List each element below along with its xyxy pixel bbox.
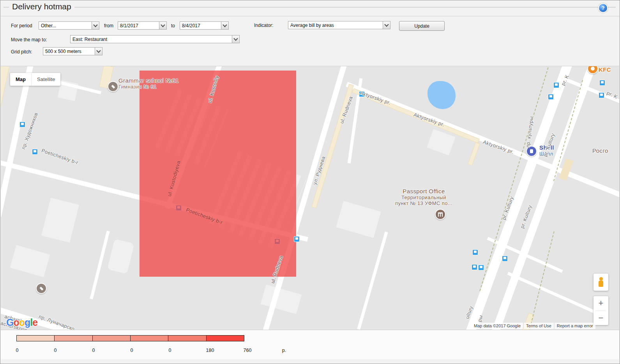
poi-label-passport-office: Passport Office Территориальный пункт № … bbox=[392, 188, 456, 206]
bus-stop-icon[interactable] bbox=[478, 265, 484, 270]
logo-letter: o bbox=[19, 317, 25, 328]
logo-letter: e bbox=[32, 317, 37, 328]
street-label: Poeticheskiy b-r bbox=[41, 147, 79, 165]
road bbox=[507, 272, 601, 316]
beige-road bbox=[1, 66, 10, 109]
period-value: Other... bbox=[41, 23, 56, 28]
legend-segment bbox=[130, 335, 168, 341]
satellite-button[interactable]: Satellite bbox=[32, 73, 60, 86]
legend-color-scale bbox=[16, 335, 244, 341]
building bbox=[427, 129, 455, 155]
street-label: пр. Художников bbox=[20, 112, 39, 150]
report-map-error-link[interactable]: Report a map error bbox=[555, 323, 595, 329]
logo-letter: o bbox=[13, 317, 19, 328]
road bbox=[357, 231, 388, 330]
tram-stop-icon[interactable] bbox=[599, 80, 605, 86]
legend-tick: 0 bbox=[131, 348, 133, 353]
chevron-down-icon[interactable] bbox=[232, 35, 239, 43]
legend-segment bbox=[92, 335, 131, 341]
logo-letter: g bbox=[25, 317, 30, 328]
road bbox=[90, 231, 110, 300]
app-window: Delivery hotmap ? For period Other... fr… bbox=[0, 0, 620, 364]
street-label: Aktyorskiy pr. bbox=[482, 139, 515, 155]
poi-name: Grammar school №61 bbox=[118, 77, 179, 84]
indicator-select[interactable]: Average bill by areas bbox=[288, 21, 390, 29]
to-date-value: 8/4/2017 bbox=[182, 23, 200, 28]
road bbox=[466, 66, 572, 330]
to-label: to bbox=[171, 23, 175, 28]
move-map-value: East: Restaurant bbox=[72, 37, 107, 42]
bus-stop-icon[interactable] bbox=[294, 236, 300, 242]
bus-stop-icon[interactable] bbox=[599, 92, 604, 98]
dashed-line bbox=[530, 231, 555, 328]
poi-label-rosgo: Росго bbox=[592, 147, 608, 154]
grid-pitch-value: 500 x 500 meters bbox=[45, 49, 81, 54]
dashed-line bbox=[479, 67, 548, 291]
building bbox=[10, 245, 50, 277]
legend-unit: p. bbox=[282, 348, 286, 353]
poi-subname: Гимназия № 61 bbox=[118, 84, 179, 90]
chevron-down-icon[interactable] bbox=[92, 22, 99, 29]
bus-stop-icon[interactable] bbox=[502, 256, 508, 262]
street-label: пр. культуры bbox=[525, 116, 535, 148]
update-button[interactable]: Update bbox=[399, 21, 445, 31]
school-icon[interactable] bbox=[108, 81, 118, 92]
legend-tick: 180 bbox=[206, 348, 214, 353]
google-logo[interactable]: Google bbox=[6, 317, 37, 328]
zoom-control: + − bbox=[594, 296, 608, 325]
legend-tick: 0 bbox=[169, 348, 171, 353]
heatmap-cell bbox=[140, 71, 296, 277]
zoom-out-button[interactable]: − bbox=[594, 311, 608, 325]
heat-legend: 0 0 0 0 0 180 760 p. bbox=[1, 330, 619, 359]
logo-letter: G bbox=[6, 317, 13, 328]
for-period-label: For period bbox=[11, 23, 32, 28]
legend-segment bbox=[54, 335, 92, 341]
bus-stop-icon[interactable] bbox=[548, 94, 554, 100]
legend-tick: 760 bbox=[244, 348, 252, 353]
building bbox=[336, 201, 381, 238]
indicator-value: Average bill by areas bbox=[290, 23, 334, 28]
from-date-value: 8/1/2017 bbox=[120, 23, 138, 28]
school-icon[interactable] bbox=[36, 283, 47, 294]
map-data-text: Map data ©2017 Google bbox=[472, 323, 523, 329]
chevron-down-icon[interactable] bbox=[221, 22, 228, 29]
terms-of-use-link[interactable]: Terms of Use bbox=[524, 323, 554, 329]
tram-stop-icon[interactable] bbox=[472, 264, 477, 270]
chevron-down-icon[interactable] bbox=[383, 21, 390, 29]
bus-stop-icon[interactable] bbox=[19, 122, 25, 127]
road bbox=[1, 66, 35, 217]
map-canvas[interactable]: Grammar school №61 Гимназия № 61 Shell Ш… bbox=[1, 66, 619, 330]
page-title: Delivery hotmap bbox=[9, 2, 74, 11]
zoom-in-button[interactable]: + bbox=[594, 296, 608, 311]
map-attribution: Map data ©2017 Google Terms of Use Repor… bbox=[472, 323, 595, 329]
chevron-down-icon[interactable] bbox=[95, 48, 102, 55]
from-date-select[interactable]: 8/1/2017 bbox=[118, 21, 167, 30]
move-map-select[interactable]: East: Restaurant bbox=[70, 35, 240, 43]
water-pond bbox=[427, 81, 456, 109]
period-select[interactable]: Other... bbox=[39, 21, 99, 30]
building bbox=[261, 284, 302, 314]
building bbox=[41, 198, 79, 242]
grid-pitch-label: Grid pitch: bbox=[11, 49, 32, 55]
kfc-icon[interactable] bbox=[587, 66, 598, 74]
street-view-control[interactable] bbox=[594, 274, 608, 291]
street-label: ры bbox=[477, 315, 484, 323]
tram-stop-icon[interactable] bbox=[472, 249, 478, 255]
poi-name: Passport Office bbox=[392, 188, 456, 194]
legend-tick: 0 bbox=[16, 348, 19, 353]
toolbar: For period Other... from 8/1/2017 to 8/4… bbox=[1, 16, 619, 66]
poi-subname: пункт № 13 УФМС по... bbox=[392, 200, 456, 206]
legend-segment bbox=[206, 335, 244, 341]
help-icon[interactable]: ? bbox=[598, 3, 608, 13]
to-date-select[interactable]: 8/4/2017 bbox=[180, 21, 229, 30]
chevron-down-icon[interactable] bbox=[159, 22, 166, 29]
bus-stop-icon[interactable] bbox=[32, 149, 38, 155]
indicator-label: Indicator: bbox=[254, 23, 273, 28]
government-building-icon[interactable] bbox=[435, 209, 446, 220]
grid-pitch-select[interactable]: 500 x 500 meters bbox=[43, 47, 102, 55]
map-button[interactable]: Map bbox=[10, 73, 31, 86]
tram-stop-icon[interactable] bbox=[553, 82, 559, 88]
move-map-label: Move the map to: bbox=[11, 37, 47, 42]
pegman-icon bbox=[598, 277, 604, 287]
legend-segment bbox=[168, 335, 206, 341]
